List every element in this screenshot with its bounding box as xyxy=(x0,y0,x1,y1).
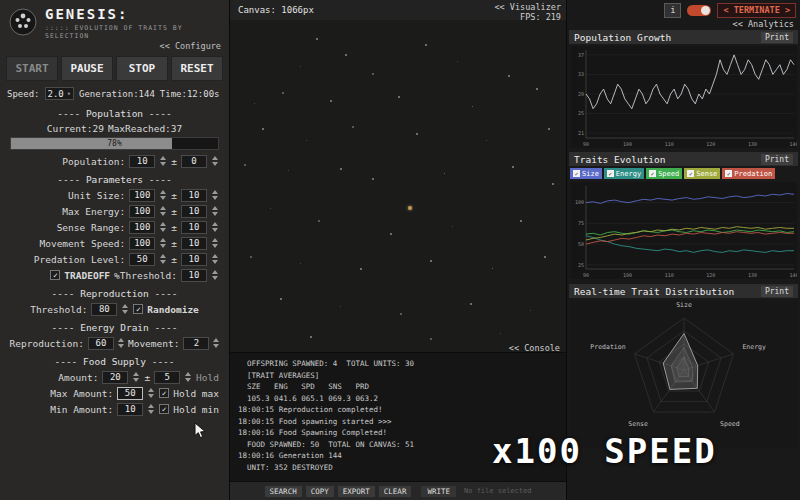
step-up-icon[interactable] xyxy=(212,270,218,274)
step-down-icon[interactable] xyxy=(212,260,218,264)
max-energy-stepper[interactable] xyxy=(159,205,167,218)
food-min-input[interactable]: 10 xyxy=(117,403,143,416)
population-variance-input[interactable]: 0 xyxy=(181,155,207,168)
randomize-checkbox[interactable]: ✓ xyxy=(133,304,143,314)
step-up-icon[interactable] xyxy=(160,222,166,226)
step-up-icon[interactable] xyxy=(122,304,128,308)
step-down-icon[interactable] xyxy=(122,310,128,314)
step-up-icon[interactable] xyxy=(212,156,218,160)
sim-canvas[interactable] xyxy=(230,20,566,352)
legend-checkbox[interactable]: ✓ xyxy=(573,170,580,177)
step-down-icon[interactable] xyxy=(160,196,166,200)
step-up-icon[interactable] xyxy=(160,238,166,242)
step-down-icon[interactable] xyxy=(212,212,218,216)
console-link[interactable]: << Console xyxy=(509,343,560,353)
print-button[interactable]: Print xyxy=(761,154,793,165)
legend-chip-size[interactable]: ✓Size xyxy=(570,168,602,179)
sense-range-variance-input[interactable]: 10 xyxy=(181,221,207,234)
step-down-icon[interactable] xyxy=(133,378,139,382)
start-button[interactable]: START xyxy=(6,56,58,81)
tradeoff-checkbox[interactable]: ✓ xyxy=(50,270,60,280)
step-down-icon[interactable] xyxy=(213,344,219,348)
step-down-icon[interactable] xyxy=(212,276,218,280)
hold-min-checkbox[interactable]: ✓ xyxy=(159,404,169,414)
stop-button[interactable]: STOP xyxy=(116,56,168,81)
step-up-icon[interactable] xyxy=(213,338,219,342)
predation-level-stepper[interactable] xyxy=(159,253,167,266)
drain-repro-input[interactable]: 60 xyxy=(88,337,114,350)
drain-repro-stepper[interactable] xyxy=(118,337,124,350)
print-button[interactable]: Print xyxy=(761,32,793,43)
step-down-icon[interactable] xyxy=(160,162,166,166)
predation-level-variance-stepper[interactable] xyxy=(211,253,219,266)
legend-chip-speed[interactable]: ✓Speed xyxy=(646,168,682,179)
threshold-pct-stepper[interactable] xyxy=(211,269,219,282)
pause-button[interactable]: PAUSE xyxy=(61,56,113,81)
drain-movement-stepper[interactable] xyxy=(213,337,219,350)
predation-level-variance-input[interactable]: 10 xyxy=(181,253,207,266)
step-up-icon[interactable] xyxy=(212,238,218,242)
legend-checkbox[interactable]: ✓ xyxy=(649,170,656,177)
population-input[interactable]: 10 xyxy=(129,155,155,168)
step-up-icon[interactable] xyxy=(160,206,166,210)
unit-size-input[interactable]: 100 xyxy=(129,189,155,202)
food-min-stepper[interactable] xyxy=(147,403,155,416)
repro-threshold-stepper[interactable] xyxy=(121,303,129,316)
step-up-icon[interactable] xyxy=(160,156,166,160)
unit-size-variance-input[interactable]: 10 xyxy=(181,189,207,202)
step-down-icon[interactable] xyxy=(160,228,166,232)
step-up-icon[interactable] xyxy=(212,206,218,210)
step-down-icon[interactable] xyxy=(160,212,166,216)
step-down-icon[interactable] xyxy=(212,244,218,248)
step-up-icon[interactable] xyxy=(118,338,124,342)
step-down-icon[interactable] xyxy=(212,196,218,200)
movement-speed-stepper[interactable] xyxy=(159,237,167,250)
step-up-icon[interactable] xyxy=(212,190,218,194)
step-down-icon[interactable] xyxy=(148,410,154,414)
write-button[interactable]: WRITE xyxy=(421,486,456,497)
step-up-icon[interactable] xyxy=(148,388,154,392)
copy-button[interactable]: COPY xyxy=(306,486,334,497)
max-energy-variance-stepper[interactable] xyxy=(211,205,219,218)
speed-select[interactable]: 2.0 ▾ xyxy=(45,87,74,100)
search-button[interactable]: SEARCH xyxy=(265,486,302,497)
repro-threshold-input[interactable]: 80 xyxy=(91,303,117,316)
sense-range-variance-stepper[interactable] xyxy=(211,221,219,234)
step-down-icon[interactable] xyxy=(118,344,124,348)
predation-level-input[interactable]: 50 xyxy=(129,253,155,266)
clear-button[interactable]: CLEAR xyxy=(379,486,412,497)
sense-range-input[interactable]: 100 xyxy=(129,221,155,234)
max-energy-input[interactable]: 100 xyxy=(129,205,155,218)
food-max-input[interactable]: 50 xyxy=(117,387,143,400)
threshold-pct-input[interactable]: 10 xyxy=(181,269,207,282)
food-hold-label[interactable]: Hold xyxy=(196,372,219,383)
visualizer-link[interactable]: << Visualizer xyxy=(494,2,561,12)
food-amount-input[interactable]: 20 xyxy=(102,371,128,384)
terminate-button[interactable]: < TERMINATE > xyxy=(717,3,796,18)
step-up-icon[interactable] xyxy=(212,254,218,258)
population-stepper[interactable] xyxy=(159,155,167,168)
food-amount-stepper[interactable] xyxy=(132,371,140,384)
print-button[interactable]: Print xyxy=(761,286,793,297)
info-button[interactable]: i xyxy=(664,3,681,18)
unit-size-variance-stepper[interactable] xyxy=(211,189,219,202)
movement-speed-variance-stepper[interactable] xyxy=(211,237,219,250)
hold-max-checkbox[interactable]: ✓ xyxy=(159,388,169,398)
analytics-link[interactable]: << Analytics xyxy=(733,19,794,29)
step-up-icon[interactable] xyxy=(148,404,154,408)
step-up-icon[interactable] xyxy=(160,190,166,194)
step-up-icon[interactable] xyxy=(185,372,191,376)
step-down-icon[interactable] xyxy=(185,378,191,382)
drain-movement-input[interactable]: 2 xyxy=(183,337,209,350)
unit-size-stepper[interactable] xyxy=(159,189,167,202)
step-down-icon[interactable] xyxy=(212,228,218,232)
legend-checkbox[interactable]: ✓ xyxy=(725,170,732,177)
power-toggle[interactable] xyxy=(687,5,711,16)
legend-chip-energy[interactable]: ✓Energy xyxy=(604,168,644,179)
legend-checkbox[interactable]: ✓ xyxy=(607,170,614,177)
legend-chip-predation[interactable]: ✓Predation xyxy=(722,168,775,179)
movement-speed-variance-input[interactable]: 10 xyxy=(181,237,207,250)
configure-link[interactable]: << Configure xyxy=(0,41,229,54)
legend-checkbox[interactable]: ✓ xyxy=(687,170,694,177)
step-down-icon[interactable] xyxy=(160,260,166,264)
